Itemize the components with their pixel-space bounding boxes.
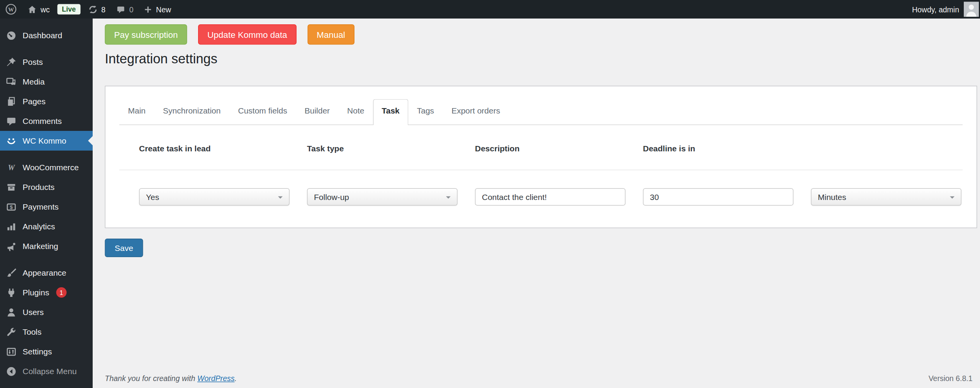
sidebar-item-settings[interactable]: Settings: [0, 342, 93, 361]
sidebar-item-label: Users: [23, 308, 44, 317]
chevron-down-icon: [446, 197, 451, 201]
task-form-headers: Create task in lead Task type Descriptio…: [119, 144, 963, 153]
sidebar-item-label: Dashboard: [23, 31, 63, 40]
sidebar-item-wc-kommo[interactable]: WC Kommo: [0, 131, 93, 151]
current-menu-arrow-icon: [88, 136, 93, 146]
settings-sliders-icon: [5, 346, 17, 358]
create-task-selected-value: Yes: [146, 192, 159, 202]
sidebar-item-label: Posts: [23, 58, 43, 67]
tab-note[interactable]: Note: [339, 99, 373, 125]
product-box-icon: [5, 181, 17, 193]
pushpin-icon: [5, 56, 17, 68]
sidebar-item-marketing[interactable]: Marketing: [0, 236, 93, 256]
header-description: Description: [475, 144, 626, 153]
payments-dollar-icon: $: [5, 201, 17, 213]
chevron-down-icon: [278, 197, 283, 201]
tab-custom-fields[interactable]: Custom fields: [229, 99, 296, 125]
sidebar-item-label: Media: [23, 77, 45, 86]
settings-panel: Main Synchronization Custom fields Build…: [105, 86, 977, 228]
sidebar-item-label: Plugins: [23, 288, 49, 297]
wrench-icon: [5, 326, 17, 338]
comment-bubble-icon: [116, 4, 126, 14]
sidebar-item-dashboard[interactable]: Dashboard: [0, 25, 93, 45]
sidebar-item-label: Appearance: [23, 268, 66, 278]
sidebar-item-analytics[interactable]: Analytics: [0, 217, 93, 236]
updates-count: 8: [101, 5, 105, 14]
sidebar-item-plugins[interactable]: Plugins 1: [0, 283, 93, 302]
save-button[interactable]: Save: [105, 239, 143, 257]
pages-icon: [5, 96, 17, 107]
sidebar-item-label: Products: [23, 183, 55, 192]
comments-menu[interactable]: 0: [111, 0, 139, 19]
sidebar-item-posts[interactable]: Posts: [0, 52, 93, 72]
settings-tabs: Main Synchronization Custom fields Build…: [119, 99, 963, 125]
bar-chart-icon: [5, 221, 17, 232]
sidebar-item-media[interactable]: Media: [0, 72, 93, 91]
tab-export-orders[interactable]: Export orders: [443, 99, 509, 125]
wordpress-logo-menu[interactable]: W: [0, 0, 22, 19]
updates-icon: [88, 4, 98, 14]
sidebar-item-label: WC Kommo: [23, 136, 66, 146]
plugin-action-buttons: Pay subscription Update Kommo data Manua…: [105, 24, 980, 45]
svg-text:W: W: [8, 163, 15, 171]
collapse-arrow-icon: [5, 366, 17, 377]
plugin-icon: [5, 287, 17, 298]
tab-tags[interactable]: Tags: [408, 99, 443, 125]
sidebar-item-users[interactable]: Users: [0, 302, 93, 322]
menu-separator: [0, 256, 93, 263]
site-name-link[interactable]: wc: [22, 0, 55, 19]
sidebar-item-appearance[interactable]: Appearance: [0, 263, 93, 283]
updates-menu[interactable]: 8: [83, 0, 110, 19]
woocommerce-logo-icon: W: [5, 162, 17, 173]
version-label: Version 6.8.1: [929, 374, 973, 383]
sidebar-item-label: WooCommerce: [23, 163, 79, 172]
footer-thanks: Thank you for creating with WordPress.: [105, 374, 237, 383]
tab-task[interactable]: Task: [373, 99, 408, 125]
main-content: Pay subscription Update Kommo data Manua…: [93, 19, 980, 388]
sidebar-item-label: Marketing: [23, 242, 58, 251]
kommo-smiley-icon: [5, 135, 17, 147]
new-label: New: [156, 5, 171, 14]
wordpress-link[interactable]: WordPress: [197, 374, 234, 383]
update-kommo-data-button[interactable]: Update Kommo data: [198, 24, 296, 45]
sidebar-item-pages[interactable]: Pages: [0, 91, 93, 111]
comments-bubble-icon: [5, 115, 17, 127]
task-form-row: Yes Follow-up Minutes: [119, 188, 963, 206]
header-divider: [119, 170, 963, 171]
dashboard-gauge-icon: [5, 30, 17, 41]
tab-synchronization[interactable]: Synchronization: [154, 99, 229, 125]
sidebar-item-tools[interactable]: Tools: [0, 322, 93, 342]
sidebar-item-woocommerce[interactable]: W WooCommerce: [0, 158, 93, 177]
admin-bar: W wc Live 8 0 New: [0, 0, 980, 19]
site-name-label: wc: [41, 5, 50, 14]
sidebar-item-label: Comments: [23, 117, 62, 126]
sidebar-item-comments[interactable]: Comments: [0, 111, 93, 131]
collapse-menu-button[interactable]: Collapse Menu: [0, 361, 93, 381]
description-input[interactable]: [475, 188, 626, 206]
sidebar-item-products[interactable]: Products: [0, 177, 93, 197]
create-task-select[interactable]: Yes: [139, 188, 290, 206]
wordpress-admin-page: W wc Live 8 0 New: [0, 0, 980, 388]
sidebar-item-label: Payments: [23, 202, 59, 212]
sidebar-item-label: Tools: [23, 327, 42, 337]
task-type-select[interactable]: Follow-up: [307, 188, 458, 206]
deadline-unit-select[interactable]: Minutes: [811, 188, 961, 206]
pay-subscription-button[interactable]: Pay subscription: [105, 24, 187, 45]
account-menu[interactable]: Howdy, admin: [912, 0, 980, 19]
svg-text:$: $: [10, 204, 13, 210]
avatar: [964, 2, 979, 17]
manual-button[interactable]: Manual: [307, 24, 354, 45]
new-content-menu[interactable]: New: [139, 0, 176, 19]
deadline-value-input[interactable]: [643, 188, 793, 206]
comments-count: 0: [129, 5, 134, 14]
tab-main[interactable]: Main: [119, 99, 154, 125]
tab-builder[interactable]: Builder: [296, 99, 338, 125]
sidebar-item-label: Analytics: [23, 222, 55, 231]
footer-thanks-period: .: [235, 374, 237, 383]
plus-icon: [144, 5, 153, 14]
media-icon: [5, 76, 17, 88]
footer-thanks-text: Thank you for creating with: [105, 374, 198, 383]
sidebar-item-payments[interactable]: $ Payments: [0, 197, 93, 217]
admin-sidebar-menu: Dashboard Posts Media Pages Commen: [0, 19, 93, 388]
task-type-selected-value: Follow-up: [314, 192, 349, 202]
